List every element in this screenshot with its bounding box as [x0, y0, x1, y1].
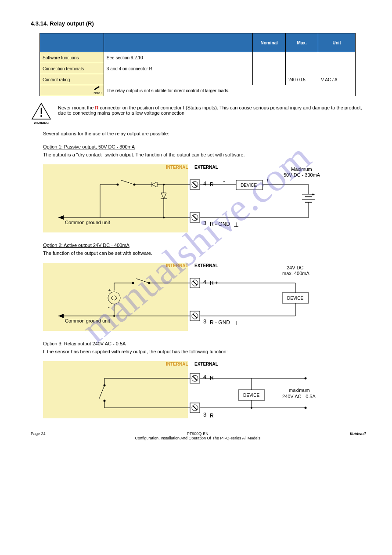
svg-point-79	[305, 407, 307, 409]
diagram-3-wrap: INTERNAL EXTERNAL 4 R 3 R D	[43, 357, 366, 423]
device-label: DEVICE	[241, 183, 257, 188]
row-nom	[253, 74, 285, 85]
device-label: DEVICE	[287, 296, 304, 301]
pin3: 3	[203, 318, 206, 325]
diagram-1-wrap: INTERNAL EXTERNAL Maximum 50V DC - 300mA…	[43, 160, 366, 235]
th-desc	[104, 33, 253, 52]
label-internal: INTERNAL	[166, 263, 188, 268]
row-col2	[104, 74, 253, 85]
svg-point-84	[305, 377, 307, 380]
max-line1: Maximum	[291, 167, 312, 172]
max-line1: 24V DC	[287, 265, 304, 270]
note-icon: Note !	[94, 85, 102, 95]
diagram-2: INTERNAL EXTERNAL 24V DC max. 400mA 4 R …	[43, 258, 350, 333]
gnd-sym: ⊥	[234, 319, 239, 326]
minus: -	[223, 178, 225, 185]
table-row: Connection terminals 3 and 4 on connecto…	[40, 63, 356, 74]
row-nom	[253, 63, 285, 74]
row-col2: 3 and 4 on connector R	[104, 63, 253, 74]
th-max: Max.	[285, 33, 318, 52]
th-blank	[40, 33, 104, 52]
option1-desc: The output is a "dry contact" switch out…	[43, 152, 366, 157]
common-ground: Common ground unit	[65, 318, 110, 323]
max-line1: maximum	[289, 388, 310, 393]
label-external: EXTERNAL	[194, 165, 218, 170]
row-col2: See section 9.2.10	[104, 52, 253, 63]
note-text: The relay output is not suitable for dir…	[104, 85, 355, 96]
pin4: 4	[203, 374, 206, 380]
r-top: R	[210, 375, 214, 381]
option1-title: Option 1: Passive output, 50V DC - 300mA	[43, 144, 366, 149]
section-title: 4.3.14. Relay output (R)	[31, 20, 366, 27]
label-internal: INTERNAL	[166, 165, 188, 170]
row-max	[285, 52, 318, 63]
plus1: +	[266, 177, 269, 183]
diagram-3: INTERNAL EXTERNAL 4 R 3 R D	[43, 357, 350, 423]
rgnd-label: R - GND	[210, 319, 230, 326]
warn-suffix: connector on the position of connector I…	[58, 105, 362, 116]
row-label: Software functions	[40, 52, 104, 63]
footer-center: PT900Q-EN Configuration, Installation An…	[135, 432, 260, 440]
row-unit: V AC / A	[318, 74, 356, 85]
footer-left: Page 24	[31, 432, 46, 440]
note-label-cell: Note !	[40, 85, 104, 96]
th-unit: Unit	[318, 33, 356, 52]
row-label: Connection terminals	[40, 63, 104, 74]
row-unit	[318, 63, 356, 74]
label-external: EXTERNAL	[194, 263, 218, 268]
pin3: 3	[203, 411, 206, 418]
svg-rect-60	[43, 361, 188, 418]
warning-block: WARNING Never mount the R connector on t…	[31, 102, 366, 125]
warning-text: Never mount the R connector on the posit…	[52, 102, 366, 116]
table-row: Software functions See section 9.2.10	[40, 52, 356, 63]
table-row: Contact rating 240 / 0.5 V AC / A	[40, 74, 356, 85]
diagram-2-wrap: INTERNAL EXTERNAL 24V DC max. 400mA 4 R …	[43, 258, 366, 333]
option2-title: Option 2: Active output 24V DC - 400mA	[43, 243, 366, 248]
svg-point-2	[40, 115, 42, 117]
footer-center-1: PT900Q-EN	[135, 432, 260, 436]
label-external: EXTERNAL	[194, 362, 218, 366]
pin4: 4	[203, 180, 206, 187]
gnd-sym: ⊥	[234, 221, 239, 228]
row-max: 240 / 0.5	[285, 74, 318, 85]
max-line2: max. 400mA	[282, 271, 309, 276]
pin3: 3	[203, 220, 206, 226]
pin4: 4	[203, 279, 206, 285]
svg-point-80	[251, 407, 252, 409]
option3-desc: If the sensor has been supplied with rel…	[43, 349, 366, 354]
th-nominal: Nominal	[253, 33, 285, 52]
minus: -	[108, 304, 110, 309]
row-max	[285, 63, 318, 74]
option3-title: Option 3: Relay output 240V AC - 0.5A	[43, 341, 366, 346]
spec-table: Nominal Max. Unit Software functions See…	[40, 33, 356, 96]
option2-desc: The function of the output can be set wi…	[43, 250, 366, 256]
rgnd-label: R - GND	[210, 221, 230, 227]
warning-icon: WARNING	[31, 102, 52, 125]
row-nom	[253, 52, 285, 63]
max-line2: 240V AC - 0.5A	[282, 394, 316, 399]
device-label: DEVICE	[243, 393, 260, 398]
table-row-note: Note ! The relay output is not suitable …	[40, 85, 356, 96]
body-text: Several options for the use of the relay…	[43, 131, 366, 136]
max-line2: 50V DC - 300mA	[284, 172, 320, 178]
diagram-1: INTERNAL EXTERNAL Maximum 50V DC - 300mA…	[43, 160, 350, 235]
plus: +	[108, 287, 111, 293]
row-unit	[318, 52, 356, 63]
label-internal: INTERNAL	[166, 362, 188, 366]
svg-point-23	[163, 184, 165, 185]
warn-prefix: Never mount the	[58, 105, 95, 110]
footer-center-2: Configuration, Installation And Operatio…	[135, 436, 260, 440]
common-ground: Common ground unit	[65, 220, 110, 225]
row-label: Contact rating	[40, 74, 104, 85]
footer-right: fluidwell	[350, 432, 366, 440]
page-footer: Page 24 PT900Q-EN Configuration, Install…	[31, 432, 366, 440]
r-bottom: R	[210, 413, 214, 419]
